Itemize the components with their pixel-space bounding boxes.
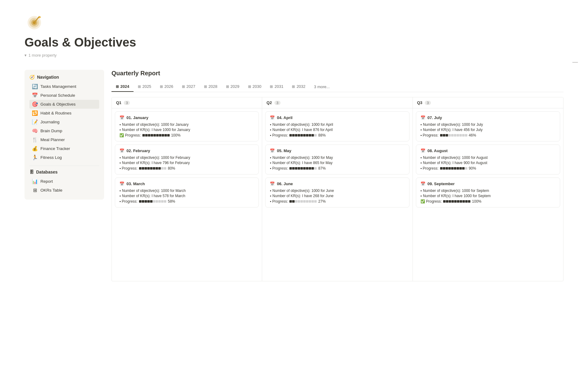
- calendar-icon-feb: 📅: [119, 148, 124, 153]
- july-prog-blocks: [440, 134, 467, 137]
- more-tabs-button[interactable]: 3 more...: [310, 82, 334, 92]
- navigation-icon: 🧭: [29, 75, 35, 80]
- nav-label-braindump: Brain Dump: [40, 129, 62, 133]
- month-card-september[interactable]: 📅 09. September ▪ Number of objective(s)…: [416, 178, 560, 208]
- march-objectives: ▪ Number of objective(s): 1000 for March: [119, 189, 254, 193]
- calendar-icon-mar: 📅: [119, 182, 124, 186]
- august-objectives: ▪ Number of objective(s): 1000 for Augus…: [420, 155, 556, 160]
- nav-label-tasks: Tasks Management: [40, 84, 76, 89]
- collapse-button[interactable]: —: [571, 58, 579, 66]
- nav-label-habits: Habit & Routines: [40, 111, 71, 115]
- july-krs: ▪ Number of KR(s): I have 456 for July: [420, 128, 556, 132]
- month-card-june[interactable]: 📅 06. June ▪ Number of objective(s): 100…: [265, 178, 409, 208]
- may-krs: ▪ Number of KR(s): I have 865 for May: [270, 161, 405, 165]
- tab-grid-icon-2027: ⊞: [182, 84, 185, 89]
- february-title: 📅 02. February: [119, 148, 254, 153]
- month-card-april[interactable]: 📅 04. April ▪ Number of objective(s): 10…: [265, 111, 409, 141]
- january-name: 01. January: [126, 115, 149, 120]
- september-krs: ▪ Number of KR(s): I have 1000 for Septe…: [420, 194, 556, 198]
- may-name: 05. May: [277, 148, 291, 153]
- month-card-may[interactable]: 📅 05. May ▪ Number of objective(s): 1000…: [265, 144, 409, 174]
- july-name: 07. July: [428, 115, 442, 120]
- month-card-march[interactable]: 📅 03. March ▪ Number of objective(s): 10…: [115, 178, 259, 208]
- month-card-february[interactable]: 📅 02. February ▪ Number of objective(s):…: [115, 144, 259, 174]
- year-tab-2027[interactable]: ⊞ 2027: [178, 82, 200, 92]
- chevron-down-icon: ▾: [24, 53, 27, 58]
- databases-icon: 🗄: [29, 170, 34, 174]
- year-tab-2031[interactable]: ⊞ 2031: [266, 82, 288, 92]
- month-card-august[interactable]: 📅 08. August ▪ Number of objective(s): 1…: [416, 144, 560, 174]
- q2-count: 3: [274, 101, 281, 105]
- april-objectives: ▪ Number of objective(s): 1000 for April: [270, 122, 405, 127]
- nav-item-meal[interactable]: 🍴 Meal Planner: [29, 135, 99, 144]
- calendar-icon-aug: 📅: [420, 148, 425, 153]
- year-tab-label-2030: 2030: [253, 84, 262, 89]
- february-prog-blocks: [139, 167, 166, 170]
- month-card-july[interactable]: 📅 07. July ▪ Number of objective(s): 100…: [416, 111, 560, 141]
- year-tab-2028[interactable]: ⊞ 2028: [200, 82, 222, 92]
- june-title: 📅 06. June: [270, 182, 405, 186]
- nav-item-goals[interactable]: 🎯 Goals & Objectives: [29, 100, 99, 109]
- june-prog-blocks: [289, 200, 317, 203]
- nav-item-journaling[interactable]: 📝 Journaling: [29, 118, 99, 126]
- june-krs: ▪ Number of KR(s): I have 268 for June: [270, 194, 405, 198]
- fitness-icon: 🏃: [32, 155, 38, 160]
- db-item-okrs[interactable]: ⊞ OKRs Table: [29, 186, 99, 195]
- db-item-report[interactable]: 📊 Report: [29, 177, 99, 186]
- calendar-icon-jul: 📅: [420, 115, 425, 120]
- may-prog-blocks: [289, 167, 317, 170]
- march-krs: ▪ Number of KR(s): I have 578 for March: [119, 194, 254, 198]
- march-name: 03. March: [126, 182, 145, 186]
- report-title: Quarterly Report: [111, 70, 564, 77]
- page-header: Goals & Objectives ▾ 1 more property: [24, 12, 564, 62]
- q2-header: Q2 3: [262, 97, 412, 108]
- q1-count: 3: [124, 101, 130, 105]
- calendar-icon-jan: 📅: [119, 115, 124, 120]
- year-tab-2032[interactable]: ⊞ 2032: [288, 82, 310, 92]
- january-title: 📅 01. January: [119, 115, 254, 120]
- january-objectives: ▪ Number of objective(s): 1000 for Janua…: [119, 122, 254, 127]
- nav-label-goals: Goals & Objectives: [40, 102, 76, 107]
- february-name: 02. February: [126, 148, 150, 153]
- nav-item-tasks[interactable]: 🔄 Tasks Management: [29, 82, 99, 91]
- year-tab-label-2029: 2029: [231, 84, 239, 89]
- april-title: 📅 04. April: [270, 115, 405, 120]
- may-progress: ▪ Progress:: [270, 166, 405, 170]
- year-tab-label-2028: 2028: [209, 84, 217, 89]
- year-tab-2029[interactable]: ⊞ 2029: [222, 82, 244, 92]
- july-objectives: ▪ Number of objective(s): 1000 for July: [420, 122, 556, 127]
- content-area: Quarterly Report ⊞ 2024 ⊞ 2025 ⊞ 2026 ⊞ …: [111, 70, 564, 281]
- more-property-label: 1 more property: [28, 53, 57, 58]
- august-name: 08. August: [428, 148, 448, 153]
- march-title: 📅 03. March: [119, 182, 254, 186]
- tab-grid-icon-2028: ⊞: [204, 84, 207, 89]
- may-objectives: ▪ Number of objective(s): 1000 for May: [270, 155, 405, 160]
- year-tab-label-2024: 2024: [120, 84, 129, 89]
- quarter-q2: Q2 3 📅 04. April ▪ Number of objective(s…: [262, 97, 413, 281]
- braindump-icon: 🧠: [32, 128, 38, 134]
- september-prog-blocks: [443, 200, 470, 203]
- year-tab-2024[interactable]: ⊞ 2024: [111, 82, 134, 92]
- year-tab-label-2025: 2025: [142, 84, 151, 89]
- year-tab-2025[interactable]: ⊞ 2025: [134, 82, 156, 92]
- more-property-toggle[interactable]: ▾ 1 more property: [24, 53, 564, 58]
- tab-grid-icon-2026: ⊞: [160, 84, 163, 89]
- april-krs: ▪ Number of KR(s): I have 876 for April: [270, 128, 405, 132]
- september-objectives: ▪ Number of objective(s): 1000 for Septe…: [420, 189, 556, 193]
- nav-item-schedule[interactable]: 📅 Personal Schedule: [29, 91, 99, 100]
- nav-item-braindump[interactable]: 🧠 Brain Dump: [29, 126, 99, 135]
- year-tab-2030[interactable]: ⊞ 2030: [244, 82, 266, 92]
- june-name: 06. June: [277, 182, 293, 186]
- january-progress: ✅ Progress:: [119, 133, 254, 137]
- nav-item-fitness[interactable]: 🏃 Fitness Log: [29, 153, 99, 162]
- quarters-grid: Q1 3 📅 01. January ▪ Number of objective…: [111, 97, 564, 281]
- nav-item-finance[interactable]: 💰 Finance Tracker: [29, 144, 99, 153]
- nav-item-habits[interactable]: 🔁 Habit & Routines: [29, 109, 99, 118]
- month-card-january[interactable]: 📅 01. January ▪ Number of objective(s): …: [115, 111, 259, 141]
- tasks-icon: 🔄: [32, 84, 38, 89]
- sidebar-divider: [29, 166, 99, 166]
- year-tab-2026[interactable]: ⊞ 2026: [156, 82, 178, 92]
- minus-icon: —: [572, 59, 578, 65]
- september-progress: ✅ Progress:: [420, 199, 556, 204]
- may-title: 📅 05. May: [270, 148, 405, 153]
